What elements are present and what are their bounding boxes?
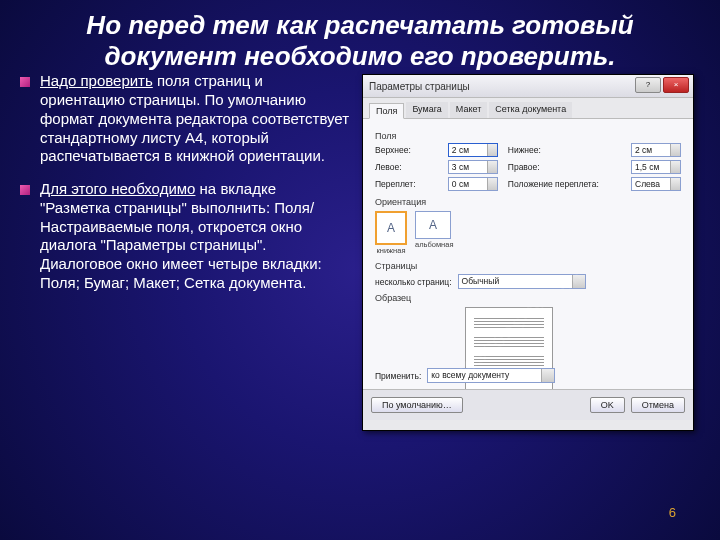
bullet-lead: Надо проверить: [40, 72, 153, 89]
label-bottom-margin: Нижнее:: [508, 145, 621, 155]
apply-combo[interactable]: ко всему документу: [427, 368, 555, 383]
page-setup-dialog: Параметры страницы ? × Поля Бумага Макет…: [362, 74, 694, 431]
orientation-landscape[interactable]: A альбомная: [415, 211, 453, 255]
preview-group-label: Образец: [375, 293, 681, 303]
input-top-margin[interactable]: 2 см: [448, 143, 498, 157]
bullet-item: Для этого необходимо на вкладке "Разметк…: [20, 180, 350, 293]
bullet-item: Надо проверить поля страниц и ориентацию…: [20, 72, 350, 166]
portrait-icon: A: [375, 211, 407, 245]
multiple-pages-combo[interactable]: Обычный: [458, 274, 586, 289]
pages-group-label: Страницы: [375, 261, 681, 271]
bullet-text: Надо проверить поля страниц и ориентацию…: [40, 72, 350, 166]
ok-button[interactable]: OK: [590, 397, 625, 413]
tab-paper[interactable]: Бумага: [406, 102, 447, 118]
slide-title: Но перед тем как распечатать готовый док…: [0, 0, 720, 72]
input-bottom-margin[interactable]: 2 см: [631, 143, 681, 157]
input-gutter-pos[interactable]: Слева: [631, 177, 681, 191]
text-column: Надо проверить поля страниц и ориентацию…: [20, 72, 350, 306]
help-button[interactable]: ?: [635, 77, 661, 93]
input-gutter[interactable]: 0 см: [448, 177, 498, 191]
bullet-text: Для этого необходимо на вкладке "Разметк…: [40, 180, 350, 293]
orientation-portrait[interactable]: A книжная: [375, 211, 407, 255]
margins-grid: Верхнее: 2 см Нижнее: 2 см Левое: 3 см П…: [375, 143, 681, 191]
tab-layout[interactable]: Макет: [450, 102, 487, 118]
default-button[interactable]: По умолчанию…: [371, 397, 463, 413]
apply-label: Применить:: [375, 371, 421, 381]
tab-document-grid[interactable]: Сетка документа: [489, 102, 572, 118]
dialog-panel: Поля Верхнее: 2 см Нижнее: 2 см Левое: 3…: [363, 119, 693, 420]
input-left-margin[interactable]: 3 см: [448, 160, 498, 174]
margins-group-label: Поля: [375, 131, 681, 141]
dialog-button-bar: По умолчанию… OK Отмена: [363, 389, 693, 420]
close-button[interactable]: ×: [663, 77, 689, 93]
dialog-titlebar[interactable]: Параметры страницы ? ×: [363, 75, 693, 98]
label-gutter: Переплет:: [375, 179, 438, 189]
bullet-icon: [20, 185, 30, 195]
label-left-margin: Левое:: [375, 162, 438, 172]
dialog-title: Параметры страницы: [369, 81, 470, 92]
landscape-label: альбомная: [415, 240, 453, 249]
dialog-tabs: Поля Бумага Макет Сетка документа: [363, 98, 693, 119]
content-row: Надо проверить поля страниц и ориентацию…: [0, 72, 720, 306]
orientation-options: A книжная A альбомная: [375, 211, 681, 255]
tab-fields[interactable]: Поля: [369, 103, 404, 119]
multiple-pages-row: несколько страниц: Обычный: [375, 274, 681, 289]
input-right-margin[interactable]: 1,5 см: [631, 160, 681, 174]
window-buttons: ? ×: [635, 77, 689, 93]
screenshot-column: Параметры страницы ? × Поля Бумага Макет…: [362, 72, 700, 306]
multiple-pages-label: несколько страниц:: [375, 277, 452, 287]
bullet-icon: [20, 77, 30, 87]
label-gutter-pos: Положение переплета:: [508, 179, 621, 189]
landscape-icon: A: [415, 211, 451, 239]
label-top-margin: Верхнее:: [375, 145, 438, 155]
orientation-group-label: Ориентация: [375, 197, 681, 207]
portrait-label: книжная: [375, 246, 407, 255]
cancel-button[interactable]: Отмена: [631, 397, 685, 413]
bullet-lead: Для этого необходимо: [40, 180, 195, 197]
apply-row: Применить: ко всему документу: [375, 368, 555, 383]
page-number: 6: [669, 505, 676, 520]
label-right-margin: Правое:: [508, 162, 621, 172]
